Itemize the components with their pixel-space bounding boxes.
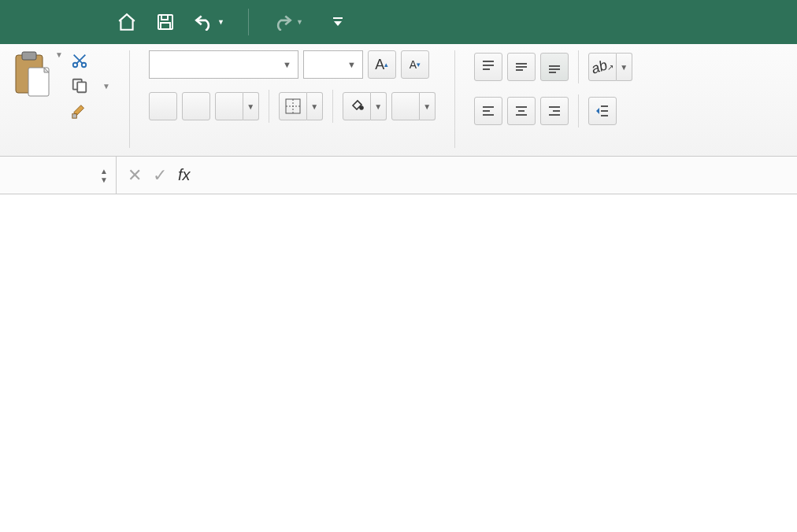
name-box-input[interactable] [8, 166, 100, 184]
align-right-button[interactable] [540, 97, 569, 125]
font-size-input[interactable] [310, 57, 343, 73]
undo-icon[interactable]: ▼ [194, 13, 224, 31]
orientation-dropdown[interactable]: ▼ [617, 53, 632, 81]
paste-dropdown[interactable]: ▼ [55, 50, 63, 59]
increase-font-button[interactable]: A▴ [368, 50, 396, 79]
svg-rect-11 [77, 82, 86, 92]
decrease-indent-button[interactable] [588, 97, 617, 125]
fill-color-dropdown[interactable]: ▼ [371, 92, 387, 120]
font-name-input[interactable] [156, 57, 278, 73]
decrease-font-button[interactable]: A▾ [401, 50, 429, 79]
copy-button[interactable]: ▼ [71, 77, 110, 94]
paste-button[interactable] [11, 50, 52, 104]
quick-access-toolbar: ▼ ▼ [117, 9, 344, 35]
underline-button[interactable] [215, 92, 243, 120]
font-color-dropdown[interactable]: ▼ [420, 92, 436, 120]
formula-input[interactable] [205, 157, 797, 194]
align-bottom-button[interactable] [540, 53, 569, 81]
window-controls [9, 15, 71, 29]
confirm-formula-icon[interactable]: ✓ [153, 165, 167, 186]
bold-button[interactable] [149, 92, 177, 120]
italic-button[interactable] [182, 92, 210, 120]
font-size-combo[interactable]: ▼ [303, 50, 363, 79]
align-middle-button[interactable] [507, 53, 536, 81]
alignment-group: ab↗ ▼ [474, 50, 632, 148]
save-icon[interactable] [156, 13, 175, 31]
svg-marker-4 [334, 21, 342, 26]
borders-button[interactable] [279, 92, 307, 120]
formula-bar: ▲▼ ✕ ✓ fx [0, 157, 797, 194]
close-window[interactable] [9, 15, 24, 29]
svg-rect-1 [161, 15, 168, 20]
cancel-formula-icon[interactable]: ✕ [128, 165, 142, 186]
align-center-button[interactable] [507, 97, 536, 125]
svg-marker-37 [596, 108, 599, 114]
font-color-button[interactable] [391, 92, 420, 120]
cut-button[interactable] [71, 52, 110, 69]
name-box-stepper[interactable]: ▲▼ [100, 167, 108, 184]
font-name-combo[interactable]: ▼ [149, 50, 298, 79]
svg-rect-6 [22, 52, 36, 60]
align-top-button[interactable] [474, 53, 502, 81]
fx-icon[interactable]: fx [178, 166, 194, 184]
svg-rect-3 [333, 17, 343, 19]
svg-rect-2 [161, 23, 170, 29]
orientation-button[interactable]: ab↗ [588, 53, 617, 81]
underline-dropdown[interactable]: ▼ [243, 92, 259, 120]
name-box[interactable]: ▲▼ [0, 157, 117, 194]
chevron-down-icon[interactable]: ▼ [278, 60, 291, 69]
customize-quick-access-icon[interactable] [332, 16, 344, 28]
fill-color-button[interactable] [343, 92, 371, 120]
format-painter-button[interactable] [71, 102, 110, 120]
maximize-window[interactable] [57, 15, 71, 29]
ribbon: ▼ ▼ ▼ ▼ [0, 44, 797, 157]
chevron-down-icon[interactable]: ▼ [343, 60, 356, 69]
redo-icon[interactable]: ▼ [272, 13, 303, 31]
clipboard-group: ▼ ▼ [11, 50, 110, 148]
home-icon[interactable] [117, 12, 137, 32]
svg-rect-12 [72, 114, 77, 119]
align-left-button[interactable] [474, 97, 502, 125]
font-group: ▼ ▼ A▴ A▾ ▼ ▼ [149, 50, 436, 148]
titlebar: ▼ ▼ [0, 0, 797, 44]
borders-dropdown[interactable]: ▼ [307, 92, 323, 120]
minimize-window[interactable] [33, 15, 47, 29]
